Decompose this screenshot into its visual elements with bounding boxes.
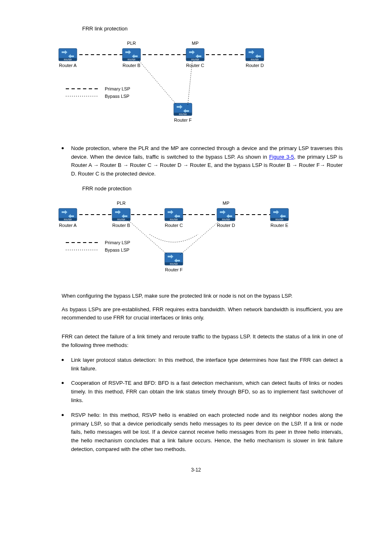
svg-text:Bypass LSP: Bypass LSP (105, 94, 129, 99)
svg-line-27 (180, 220, 221, 255)
svg-line-11 (138, 60, 177, 105)
svg-text:Router D: Router D (246, 63, 264, 68)
bullet-rsvp-hello: RSVP hello: In this method, RSVP hello i… (62, 411, 343, 454)
svg-text:Router B: Router B (122, 63, 140, 68)
paragraph-bandwidth: As bypass LSPs are pre-established, FRR … (62, 305, 343, 323)
bullet-dot (62, 147, 64, 149)
bullet-dot (62, 382, 64, 384)
figure-3-5-link[interactable]: Figure 3-5 (269, 154, 294, 160)
figure1-caption: FRR link protection (82, 25, 343, 33)
svg-text:Bypass LSP: Bypass LSP (105, 247, 129, 252)
svg-text:MP: MP (223, 201, 230, 206)
svg-text:PLR: PLR (117, 201, 125, 206)
bullet-dot (62, 359, 64, 361)
svg-text:MP: MP (192, 41, 199, 46)
svg-text:Router D: Router D (217, 223, 235, 228)
svg-text:Router C: Router C (165, 223, 183, 228)
svg-text:PLR: PLR (127, 41, 136, 46)
paragraph-detect-intro: FRR can detect the failure of a link tim… (62, 333, 343, 350)
svg-line-26 (127, 220, 168, 255)
svg-text:Router B: Router B (112, 223, 130, 228)
svg-text:Router F: Router F (165, 267, 183, 272)
figure2-caption: FRR node protection (82, 185, 343, 193)
svg-text:Router A: Router A (59, 63, 77, 68)
svg-text:Router C: Router C (186, 63, 204, 68)
page-number: 3-12 (49, 466, 343, 474)
bullet-link-layer: Link layer protocol status detection: In… (62, 356, 343, 373)
svg-text:Router E: Router E (270, 223, 288, 228)
paragraph-configure-bypass: When configuring the bypass LSP, make su… (62, 292, 343, 301)
svg-text:Router A: Router A (59, 223, 77, 228)
svg-text:Primary LSP: Primary LSP (105, 240, 130, 245)
bullet-dot (62, 414, 64, 416)
bullet-node-protection: Node protection, where the PLR and the M… (62, 144, 343, 178)
figure1-diagram: ROUTER PLR MP Router A Router B Router C… (49, 37, 343, 132)
bullet-rsvp-bfd: Cooperation of RSVP-TE and BFD: BFD is a… (62, 379, 343, 405)
svg-text:Primary LSP: Primary LSP (105, 86, 130, 91)
figure2-diagram: PLR MP Router A Router B Router C Router… (49, 197, 343, 280)
svg-text:Router F: Router F (174, 118, 192, 123)
